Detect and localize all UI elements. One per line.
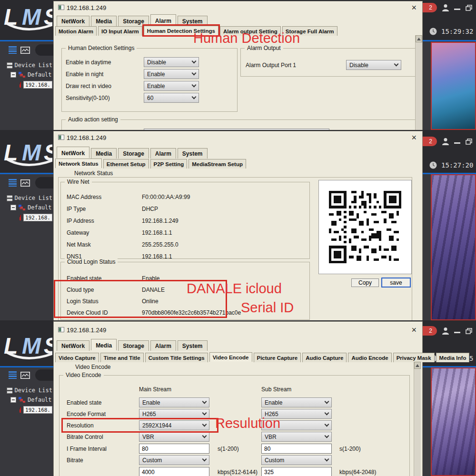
subtab-video-encode[interactable]: Video Encode [209,352,252,362]
image-view-icon[interactable] [20,179,30,187]
tab-alarm[interactable]: Alarm [150,340,176,351]
subtab-time-and-title[interactable]: Time and Title [100,353,144,362]
chevron-down-icon [192,95,197,99]
subtab-motion-alarm[interactable]: Motion Alarm [55,26,97,36]
tree-camera-item[interactable]: 192.168. [19,214,52,221]
enable-night-select[interactable]: Enable [144,69,199,79]
dialog-close-icon[interactable]: × [411,133,416,143]
dialog-icon [58,135,64,140]
subtab-audio-encode[interactable]: Audio Encode [348,353,391,362]
camera-video-thumbnail[interactable] [431,367,476,476]
tree-device-list[interactable]: Device List [7,62,52,69]
subtab-custom-title-settings[interactable]: Custom Title Settings [145,353,208,362]
clock-icon [429,161,437,169]
subtab-audio-capture[interactable]: Audio Capture [302,353,347,362]
sub-enabled-select[interactable]: Enable [261,397,332,407]
subtab-ethernet-setup[interactable]: Ethernet Setup [103,159,149,169]
restore-icon[interactable] [466,139,472,145]
user-icon[interactable] [442,138,449,145]
subtab-mediastream-setup[interactable]: MediaStream Setup [188,159,246,169]
subtab-media-info[interactable]: Media Info [436,353,470,362]
restore-icon[interactable] [466,5,472,11]
scroll-up-icon[interactable] [416,35,422,42]
field-value: 970dbb8060fe32c2c6b3574b271bac0e [142,309,241,316]
copy-button[interactable]: Copy [351,278,379,287]
tab-media[interactable]: Media [91,339,117,350]
alarm-output-port1-select[interactable]: Disable [346,60,401,70]
collapse-icon[interactable] [10,397,16,403]
subtab-network-status[interactable]: Network Status [55,159,102,168]
panel-alarm-settings: L M S 2 × 15:29:32 Device List [0,0,476,130]
save-button[interactable]: save [381,278,411,288]
annotation-resolution: Resulution [215,416,280,431]
tab-storage[interactable]: Storage [118,340,149,351]
dialog-close-icon[interactable]: × [411,3,416,13]
subtab-p2p-setting[interactable]: P2P Setting [150,159,188,169]
user-icon[interactable] [442,327,449,335]
tree-camera-item[interactable]: 192.168. [19,406,52,414]
user-icon[interactable] [442,4,449,11]
column-header-main-stream: Main Stream [139,386,171,393]
image-view-icon[interactable] [20,372,30,379]
main-iframe-interval-input[interactable] [139,444,209,454]
logo-letter: M [22,4,41,30]
chevron-down-icon [394,62,399,67]
dialog-close-icon[interactable]: × [411,325,416,335]
camera-video-thumbnail[interactable] [431,174,476,320]
tab-network[interactable]: NetWork [57,147,89,158]
main-bitrate-mode-select[interactable]: Custom [139,455,209,465]
tab-alarm[interactable]: Alarm [150,14,176,26]
minimize-icon[interactable] [454,9,460,10]
audio-action-enable-select[interactable]: Enable [144,129,329,130]
tree-device-list[interactable]: Device List [7,387,52,394]
menu-icon[interactable] [9,45,17,55]
minimize-icon[interactable] [454,332,460,333]
sub-iframe-interval-input[interactable] [261,444,332,454]
tree-group-default[interactable]: Default [10,71,52,78]
annotation-human-detection: Human Detection [193,30,300,46]
enable-daytime-select[interactable]: Disable [144,57,199,67]
tree-camera-item[interactable]: 192.168. [19,81,52,89]
scroll-up-icon[interactable] [414,362,421,369]
collapse-icon[interactable] [10,72,16,78]
tree-group-default[interactable]: Default [10,204,52,211]
restore-icon[interactable] [466,328,472,334]
dialog-title: 192.168.1.249 [67,134,106,141]
draw-rect-select[interactable]: Enable [144,81,199,91]
subtab-video-capture[interactable]: Video Capture [55,353,99,362]
subtab-picture-capture[interactable]: Picture Capture [254,353,301,362]
dialog-scrollbar[interactable] [415,35,422,130]
minimize-icon[interactable] [454,142,460,144]
status-clock: 15:27:20 [429,161,473,169]
collapse-icon[interactable] [10,205,16,210]
range-note: s(1-200) [339,446,361,452]
main-resolution-select[interactable]: 2592X1944 [139,420,209,430]
sensitivity-select[interactable]: 60 [144,93,199,103]
image-view-icon[interactable] [20,47,30,54]
device-settings-dialog: 192.168.1.249 × NetWork Media Storage Al… [53,321,423,476]
tab-system[interactable]: System [178,340,208,351]
menu-icon[interactable] [9,178,17,188]
main-bitrate-input[interactable] [139,467,209,476]
sub-bitrate-control-select[interactable]: VBR [261,432,332,442]
menu-icon[interactable] [9,370,17,380]
tree-group-default[interactable]: Default [10,397,52,403]
dialog-scrollbar[interactable] [414,362,421,476]
sub-bitrate-input[interactable] [261,467,332,476]
tree-device-list[interactable]: Device List [7,195,52,201]
camera-video-thumbnail[interactable] [431,42,476,130]
section-heading: Video Encode [75,364,111,370]
sub-bitrate-mode-select[interactable]: Custom [261,455,332,465]
main-enabled-select[interactable]: Enable [139,397,209,407]
main-bitrate-control-select[interactable]: VBR [139,432,209,442]
audio-action-group: Audio action setting Audio action enable… [61,119,420,130]
field-value: F0:00:00:AA:A9:99 [142,194,190,200]
camera-icon [19,407,21,413]
logo-letter: L [4,4,18,30]
dialog-icon [58,5,64,10]
tab-network[interactable]: NetWork [57,340,89,351]
subtab-io-input-alarm[interactable]: IO Input Alarm [98,26,142,36]
subtab-privacy-mask[interactable]: Privacy Mask [393,353,435,362]
main-encode-format-select[interactable]: H265 [139,409,209,419]
p2p-qr-panel [318,180,412,274]
